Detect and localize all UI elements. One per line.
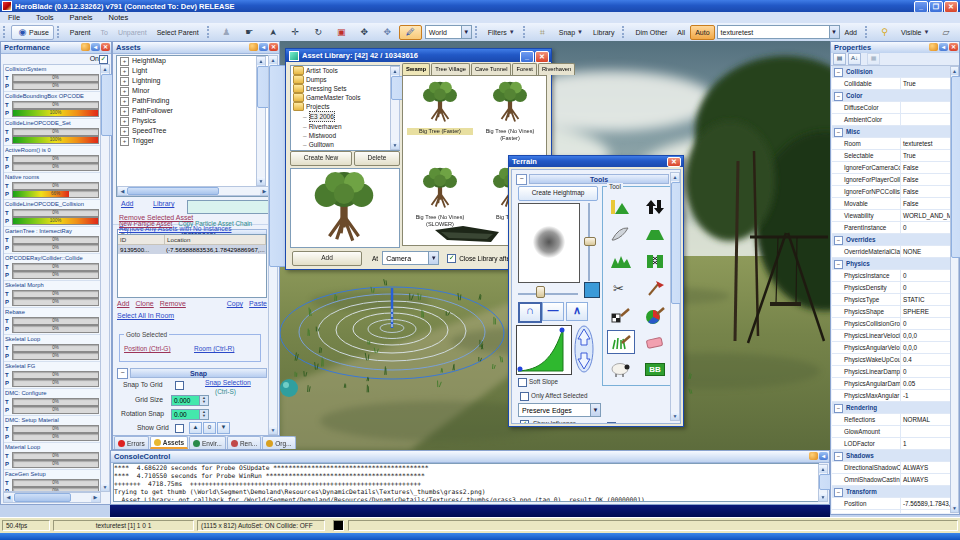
scroll-left-icon[interactable]: ◀ [4,493,13,502]
library-input[interactable] [187,200,277,214]
expand-icon[interactable]: + [120,107,129,116]
rotation-snap-spinner[interactable]: 0.00 ▲▼ [171,409,209,420]
property-row[interactable]: SelectableTrue [832,150,951,162]
assets-tree-item[interactable]: +Lightning [117,76,270,86]
properties-vscrollbar[interactable]: ▲ ▼ [950,66,959,513]
scroll-down-icon[interactable]: ▼ [951,504,958,512]
scroll-up-icon[interactable]: ▲ [391,67,399,75]
scroll-up-icon[interactable]: ▲ [257,57,265,65]
rotate-tool-icon[interactable]: ↻ [307,25,330,40]
assets-tree-item[interactable]: +Physics [117,116,270,126]
tool-paint-grass-button[interactable] [607,330,635,354]
copy-particle-asset-chain-link[interactable]: Copy Particle Asset Chain [178,220,252,227]
parent-button[interactable]: Parent [65,25,96,40]
collapse-icon[interactable]: − [834,236,843,245]
translate-tool-icon[interactable]: ✥ [353,25,376,40]
world-select[interactable]: World ▼ [425,25,472,39]
collapse-icon[interactable]: − [117,368,128,379]
scroll-left-icon[interactable]: ◀ [118,187,127,195]
library-folder[interactable]: Dumps [291,75,399,84]
all-button[interactable]: All [672,25,690,40]
scroll-up-icon[interactable]: ▲ [951,67,958,75]
auto-button[interactable]: Auto [690,25,714,40]
library-folder[interactable]: Projects [291,102,399,111]
tool-split-button[interactable] [641,276,669,300]
property-row[interactable]: IgnoreForCameraCoFalse [832,162,951,174]
show-influence-checkbox[interactable]: ✓ [520,420,529,424]
assets-tree[interactable]: +HeightMap+Light+Lightning+Minor+PathFin… [116,55,271,197]
property-row[interactable]: CollidableTrue [832,78,951,90]
snap-to-vertex-checkbox[interactable] [607,422,616,424]
toolbar-grip[interactable] [622,26,627,38]
assets-tree-item[interactable]: +Trigger [117,136,270,146]
scale-tool-icon[interactable]: ▣ [330,25,353,40]
console-vscrollbar[interactable]: ▲ ▼ [818,464,828,502]
instances-copy-link[interactable]: Copy [227,300,243,307]
brush-strength-slider[interactable] [518,284,578,296]
property-row[interactable]: PhysicsInstance0 [832,270,951,282]
scrollbar-thumb[interactable] [671,182,681,304]
scroll-up-icon[interactable]: ▲ [101,65,109,73]
paint-tool-icon[interactable]: 🖉 [399,25,422,40]
spinner-arrows-icon[interactable]: ▲▼ [199,396,208,405]
performance-vscrollbar[interactable]: ▲ ▼ [100,64,110,492]
assets-tree-item[interactable]: +Minor [117,86,270,96]
tab-envir[interactable]: Envir... [189,436,226,449]
instances-paste-link[interactable]: Paste [249,300,267,307]
property-row[interactable]: PhysicsMaxAngular-1 [832,390,951,402]
col-id[interactable]: ID [118,235,165,244]
toolbar-grip[interactable] [475,26,480,38]
slope-curve-editor[interactable] [516,325,572,375]
library-tab-swamp[interactable]: Swamp [402,63,430,75]
property-row[interactable]: OmniShadowCastinALWAYS [832,474,951,486]
menu-file[interactable]: File [0,13,28,22]
pause-button[interactable]: ◉ Pause [11,25,54,40]
collapse-icon[interactable]: − [834,260,843,269]
tab-org[interactable]: Org... [262,436,295,449]
panel-close-icon[interactable]: ✕ [101,43,110,51]
property-category[interactable]: −Physics [832,258,951,270]
menu-tools[interactable]: Tools [28,13,62,22]
tools-section-header[interactable]: − Tools [516,174,669,184]
tool-stitch-button[interactable] [641,249,669,273]
scrollbar-thumb[interactable] [951,76,960,258]
brush-size-slider[interactable] [584,203,594,281]
property-category[interactable]: −Misc [832,126,951,138]
scroll-down-icon[interactable]: ▼ [671,412,679,420]
property-row[interactable]: ViewabilityWORLD_AND_MAP [832,210,951,222]
assets-tree-item[interactable]: +Light [117,66,270,76]
tool-sheep-button[interactable] [607,357,635,381]
curve-round-button[interactable]: ∩ [518,302,542,323]
panel-options-icon[interactable] [809,452,818,460]
asset-thumbnail[interactable]: Big Tree (Faster) [407,80,473,135]
property-row[interactable]: PhysicsAngularDam0.05 [832,378,951,390]
new-particle-asset-link[interactable]: New Particle Asset [119,220,172,227]
terrain-vscrollbar[interactable]: ▲ ▼ [670,172,680,421]
at-select-dropdown-icon[interactable]: ▼ [428,252,438,264]
property-row[interactable]: PhysicsShapeSPHERE [832,306,951,318]
grid-level-value[interactable]: 0 [203,422,216,434]
performance-panel-titlebar[interactable]: Performance ◂ ✕ [1,42,111,54]
expand-icon[interactable]: + [120,127,129,136]
console-titlebar[interactable]: ConsoleControl ◂ [111,451,829,463]
property-row[interactable]: PhysicsLinearDampi0 [832,366,951,378]
library-tab-riverhaven[interactable]: Riverhaven [538,63,575,75]
panel-options-icon[interactable] [249,43,258,51]
library-folder[interactable]: –Riverhaven [291,122,399,131]
add-asset-button[interactable]: Add [292,251,362,266]
layers-icon[interactable]: ▱ [934,25,957,40]
world-select-dropdown-icon[interactable]: ▼ [461,26,471,38]
snap-button[interactable]: Snap▼ [554,25,588,40]
goto-room-link[interactable]: Room (Ctrl-R) [194,345,234,352]
menu-panels[interactable]: Panels [62,13,101,22]
tool-plateau-button[interactable] [641,222,669,246]
snap-selection-link[interactable]: Snap Selection [205,379,251,386]
tool-paint-color-button[interactable] [641,303,669,327]
panel-options-icon[interactable] [81,43,90,51]
preserve-edges-dropdown-icon[interactable]: ▼ [590,404,600,416]
property-row[interactable]: GlowAmount [832,426,951,438]
collapse-icon[interactable]: − [834,404,843,413]
scrollbar-thumb[interactable] [14,493,71,502]
grid-level-up-button[interactable]: ▲ [189,422,202,434]
curve-sharp-button[interactable]: ∧ [566,302,588,321]
